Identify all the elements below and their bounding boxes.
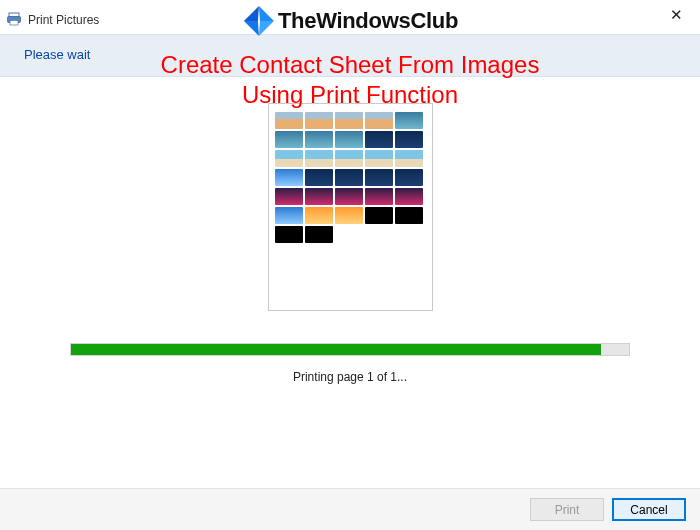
svg-marker-7 <box>244 21 259 36</box>
thumbnail <box>395 150 423 167</box>
thumbnail <box>395 112 423 129</box>
thumbnail <box>275 226 303 243</box>
main-content: Printing page 1 of 1... <box>0 77 700 384</box>
printer-icon <box>6 11 22 30</box>
brand-logo-icon <box>242 4 276 38</box>
subheader-banner: Please wait <box>0 34 700 77</box>
svg-rect-2 <box>10 20 18 25</box>
status-text: Printing page 1 of 1... <box>70 370 630 384</box>
thumbnail <box>275 112 303 129</box>
close-icon: ✕ <box>670 6 683 24</box>
brand-text: TheWindowsClub <box>278 8 458 34</box>
thumbnail <box>305 207 333 224</box>
thumbnail <box>275 131 303 148</box>
thumbnail <box>305 226 333 243</box>
progress-fill <box>71 344 601 355</box>
thumbnail <box>335 131 363 148</box>
thumbnail <box>395 131 423 148</box>
svg-marker-8 <box>259 21 274 36</box>
thumbnail <box>275 169 303 186</box>
svg-marker-5 <box>244 6 259 21</box>
thumbnail <box>365 207 393 224</box>
svg-marker-6 <box>259 6 274 21</box>
cancel-button[interactable]: Cancel <box>612 498 686 521</box>
thumbnail <box>365 131 393 148</box>
thumbnail <box>275 150 303 167</box>
thumbnail <box>305 188 333 205</box>
please-wait-label: Please wait <box>24 47 90 62</box>
thumbnail <box>365 188 393 205</box>
window-title: Print Pictures <box>28 13 99 27</box>
print-button-label: Print <box>555 503 580 517</box>
thumbnail <box>335 169 363 186</box>
thumbnail <box>395 207 423 224</box>
thumbnail <box>305 112 333 129</box>
close-button[interactable]: ✕ <box>662 4 690 26</box>
cancel-button-label: Cancel <box>630 503 667 517</box>
thumbnail <box>365 112 393 129</box>
progress-bar <box>70 343 630 356</box>
thumbnail <box>395 188 423 205</box>
thumbnail <box>335 150 363 167</box>
thumbnail <box>365 150 393 167</box>
thumbnail <box>305 169 333 186</box>
thumbnail <box>305 150 333 167</box>
thumbnail <box>335 112 363 129</box>
thumbnail <box>335 207 363 224</box>
thumbnail <box>365 169 393 186</box>
branding: TheWindowsClub <box>242 4 458 38</box>
print-pictures-window: Print Pictures ✕ TheWindowsClub Please w… <box>0 0 700 530</box>
thumbnail <box>305 131 333 148</box>
print-button: Print <box>530 498 604 521</box>
thumbnail <box>275 188 303 205</box>
thumbnail <box>335 188 363 205</box>
contact-sheet-preview <box>268 103 433 311</box>
thumbnail <box>275 207 303 224</box>
dialog-footer: Print Cancel <box>0 488 700 530</box>
progress-area: Printing page 1 of 1... <box>70 343 630 384</box>
svg-point-3 <box>17 17 19 19</box>
thumbnail <box>395 169 423 186</box>
